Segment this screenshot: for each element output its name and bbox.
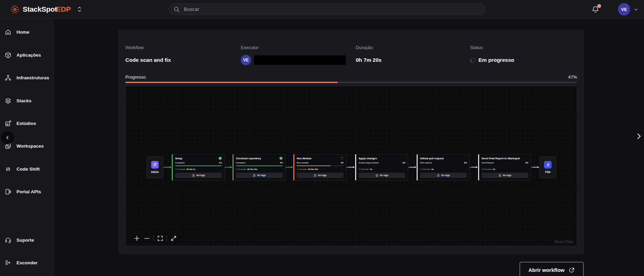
expand-panel-chevron-right[interactable] (636, 133, 643, 140)
inicio-flag-icon (151, 161, 159, 169)
workflow-step-node[interactable]: Setup Completo 1/1 ◷ Duração 0h 0m 1s Ve… (172, 154, 225, 181)
fullscreen-button[interactable] (170, 235, 177, 242)
sidebar-item-stacks[interactable]: Stacks (0, 96, 54, 105)
sidebar-item-home[interactable]: Home (0, 28, 54, 36)
ver-logs-button[interactable]: Ver logs (359, 173, 405, 178)
sidebar-item-label: Code Shift (16, 166, 40, 172)
flow-edge (470, 166, 478, 169)
external-link-icon (568, 267, 575, 273)
step-subtitle: Completo (175, 162, 185, 164)
sidebar-item-infraestruturas[interactable]: Infraestruturas (0, 73, 54, 82)
step-duration-label: Duração (361, 168, 369, 170)
clock-icon: ◷ (420, 168, 422, 171)
duration-label: Duração (356, 45, 470, 50)
step-subtitle: Pull request (420, 162, 432, 164)
ver-logs-button[interactable]: Ver logs (175, 173, 222, 178)
org-switcher-chevrons-icon[interactable] (77, 6, 82, 13)
flow-end-node[interactable]: Fim (540, 157, 556, 178)
ver-logs-button[interactable]: Ver logs (297, 173, 343, 178)
step-progress-bar (236, 165, 283, 166)
sidebar-item-portal-apis[interactable]: Portal APIs (0, 187, 54, 196)
logs-document-icon (375, 174, 378, 177)
status-spinner-icon (469, 57, 476, 64)
brand[interactable]: StackSpot EDP (10, 0, 82, 19)
step-duration-label: Duração (178, 168, 186, 170)
executor-label: Executor (241, 45, 356, 50)
sidebar-item-icon (4, 259, 12, 266)
sidebar-item-icon (4, 28, 12, 36)
step-counter: 0/3 (464, 162, 467, 164)
clock-icon: ◷ (359, 168, 361, 171)
canvas-controls (133, 235, 177, 242)
step-duration-label: Duração (423, 168, 431, 170)
sidebar-item-label: Esconder (16, 260, 38, 265)
sidebar-nav: Home Aplicações Infraestruturas Stacks E… (0, 19, 54, 276)
step-duration-value: 0s (370, 168, 372, 170)
react-flow-attribution[interactable]: React Flow (554, 240, 573, 244)
ver-logs-button[interactable]: Ver logs (236, 173, 283, 178)
sidebar-item-suporte[interactable]: Suporte (0, 236, 54, 244)
flow-edge (408, 166, 416, 169)
fit-view-button[interactable] (157, 235, 163, 242)
status-value: Em progresso (478, 57, 514, 63)
sidebar-item-icon (4, 237, 12, 244)
workflow-step-node[interactable]: Send Final Report to Stackspot Send Repo… (478, 154, 531, 181)
zoom-out-button[interactable] (143, 235, 150, 242)
workflow-progress-bar (125, 82, 577, 83)
workflow-step-node[interactable]: Checkout repository Completo 4/4 ◷ Duraç… (233, 154, 285, 181)
ver-logs-label: Ver logs (380, 174, 388, 176)
sidebar-item-icon (4, 74, 12, 81)
stackspot-logo-icon (10, 5, 20, 14)
ver-logs-button[interactable]: Ver logs (482, 173, 528, 178)
sidebar-item-icon (4, 165, 12, 173)
step-subtitle: Send Report (482, 162, 494, 164)
flow-edge (347, 166, 355, 169)
controls-divider (167, 235, 167, 241)
flow-edge (531, 166, 539, 169)
workflow-name: Code scan and fix (125, 57, 241, 63)
step-title: Setup (175, 157, 182, 160)
ver-logs-label: Ver logs (318, 174, 326, 176)
sidebar-item-aplicacoes[interactable]: Aplicações (0, 51, 54, 59)
notifications-button[interactable] (591, 5, 600, 14)
search-icon (173, 6, 180, 13)
user-avatar[interactable]: VE (618, 3, 630, 15)
step-duration-label: Duração (484, 168, 492, 170)
sidebar-item-label: Infraestruturas (16, 75, 49, 80)
open-workflow-label: Abrir workflow (528, 267, 564, 273)
step-running-spinner-icon (341, 157, 343, 160)
step-duration-value: 0h 0m 10s (247, 168, 257, 170)
clock-icon: ◷ (482, 168, 484, 171)
clock-icon: ◷ (297, 168, 299, 171)
step-title: Github pull request (420, 157, 444, 160)
flow-start-node[interactable]: Início (147, 157, 163, 178)
logs-document-icon (253, 174, 256, 177)
open-workflow-button[interactable]: Abrir workflow (520, 262, 584, 276)
sidebar-item-icon (4, 188, 12, 195)
step-title: Send Final Report to Stackspot (482, 157, 520, 160)
workflow-step-node[interactable]: Apply changes Create target branch 0/4 ◷… (355, 154, 408, 181)
sidebar-item-label: Workspaces (16, 143, 44, 149)
step-title: Checkout repository (236, 157, 261, 160)
ver-logs-button[interactable]: Ver logs (420, 173, 467, 178)
sidebar-item-esconder[interactable]: Esconder (0, 258, 54, 267)
progress-percent: 47% (568, 74, 577, 80)
user-menu-chevron-down-icon[interactable] (634, 7, 639, 13)
workflow-step-node[interactable]: Github pull request Pull request 0/3 ◷ D… (417, 154, 470, 181)
workflow-canvas[interactable]: Início Fim React Flow Setup (125, 86, 577, 246)
step-subtitle: Run module (297, 162, 309, 164)
sidebar-item-estudios[interactable]: Estúdios (0, 119, 54, 127)
step-title: Run Module (297, 157, 312, 160)
ver-logs-label: Ver logs (196, 174, 205, 176)
sidebar-item-icon (4, 51, 12, 59)
clock-icon: ◷ (236, 168, 238, 171)
zoom-in-button[interactable] (133, 235, 140, 242)
sidebar-item-label: Portal APIs (16, 189, 41, 194)
global-search[interactable] (168, 3, 486, 15)
step-duration-label: Duração (300, 168, 307, 170)
search-input[interactable] (184, 7, 481, 12)
workflow-step-node[interactable]: Run Module Run module 3/4 ◷ Duração 0h 6… (293, 154, 346, 181)
sidebar-collapse-button[interactable] (1, 131, 14, 144)
flow-edge (286, 166, 293, 169)
sidebar-item-code-shift[interactable]: Code Shift (0, 165, 54, 173)
